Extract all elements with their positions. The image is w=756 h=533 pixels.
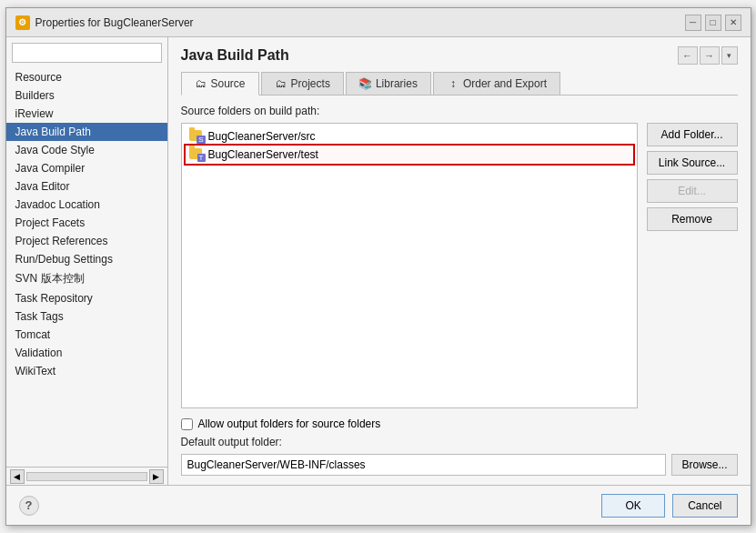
cancel-button[interactable]: Cancel bbox=[672, 494, 737, 518]
tab-label-projects: Projects bbox=[291, 77, 330, 90]
folder-icon: S bbox=[189, 130, 204, 143]
folder-icon: T bbox=[189, 148, 204, 161]
title-controls: ─ □ ✕ bbox=[685, 15, 741, 31]
ok-button[interactable]: OK bbox=[601, 494, 665, 518]
nav-dropdown-button[interactable]: ▾ bbox=[721, 46, 738, 65]
add-folder-button[interactable]: Add Folder... bbox=[647, 123, 738, 146]
output-input-row: Browse... bbox=[181, 454, 738, 476]
nav-forward-button[interactable]: → bbox=[700, 46, 720, 65]
nav-back-button[interactable]: ← bbox=[678, 46, 698, 65]
output-folder-input[interactable] bbox=[181, 454, 667, 476]
sidebar-search-input[interactable] bbox=[12, 43, 162, 63]
tab-icon-libraries: 📚 bbox=[359, 77, 372, 90]
sidebar-item-task-tags[interactable]: Task Tags bbox=[6, 307, 167, 326]
title-bar: ⚙ Properties for BugCleanerServer ─ □ ✕ bbox=[6, 8, 751, 37]
nav-arrows: ← → ▾ bbox=[678, 46, 738, 65]
remove-button[interactable]: Remove bbox=[647, 207, 738, 231]
sidebar-item-resource[interactable]: Resource bbox=[6, 68, 167, 86]
sidebar-item-ireview[interactable]: iReview bbox=[6, 105, 167, 123]
main-panel: Java Build Path ← → ▾ 🗂Source🗂Projects📚L… bbox=[168, 37, 751, 485]
maximize-button[interactable]: □ bbox=[705, 15, 721, 31]
source-item-label: BugCleanerServer/src bbox=[208, 130, 316, 143]
sidebar-item-javadoc-location[interactable]: Javadoc Location bbox=[6, 196, 167, 214]
sidebar-item-project-references[interactable]: Project References bbox=[6, 232, 167, 250]
sidebar-item-wikitext[interactable]: WikiText bbox=[6, 362, 167, 380]
output-folder-label-row: Default output folder: bbox=[181, 436, 738, 448]
source-item-label: BugCleanerServer/test bbox=[208, 148, 318, 161]
page-title: Java Build Path bbox=[181, 47, 289, 64]
sidebar-item-run/debug-settings[interactable]: Run/Debug Settings bbox=[6, 250, 167, 268]
footer: ? OK Cancel bbox=[6, 485, 751, 525]
checkbox-label: Allow output folders for source folders bbox=[198, 417, 381, 430]
tab-icon-source: 🗂 bbox=[195, 77, 207, 90]
sidebar-item-java-code-style[interactable]: Java Code Style bbox=[6, 141, 167, 159]
sidebar-search-area bbox=[6, 37, 167, 66]
section-label: Source folders on build path: bbox=[181, 105, 738, 117]
edit-button[interactable]: Edit... bbox=[647, 179, 738, 203]
sidebar-item-validation[interactable]: Validation bbox=[6, 344, 167, 362]
sidebar-scroll-right[interactable]: ▶ bbox=[149, 469, 164, 484]
sidebar-item-java-compiler[interactable]: Java Compiler bbox=[6, 159, 167, 177]
tab-projects[interactable]: 🗂Projects bbox=[261, 72, 344, 95]
sidebar-item-tomcat[interactable]: Tomcat bbox=[6, 326, 167, 344]
output-folder-label: Default output folder: bbox=[181, 436, 282, 448]
tab-label-order and export: Order and Export bbox=[463, 77, 547, 90]
checkbox-row: Allow output folders for source folders bbox=[181, 417, 738, 430]
sidebar-item-project-facets[interactable]: Project Facets bbox=[6, 214, 167, 232]
content-area: ResourceBuildersiReviewJava Build PathJa… bbox=[6, 37, 751, 485]
properties-window: ⚙ Properties for BugCleanerServer ─ □ ✕ … bbox=[5, 7, 751, 526]
title-bar-left: ⚙ Properties for BugCleanerServer bbox=[15, 15, 194, 30]
main-header: Java Build Path ← → ▾ bbox=[181, 46, 738, 65]
sidebar-item-task-repository[interactable]: Task Repository bbox=[6, 289, 167, 307]
sidebar-item-svn-版本控制[interactable]: SVN 版本控制 bbox=[6, 268, 167, 289]
allow-output-checkbox[interactable] bbox=[181, 418, 193, 430]
tab-order-and-export[interactable]: ↕Order and Export bbox=[433, 72, 560, 95]
link-source-button[interactable]: Link Source... bbox=[647, 151, 738, 175]
tab-source[interactable]: 🗂Source bbox=[181, 72, 259, 96]
tab-icon-projects: 🗂 bbox=[275, 77, 287, 90]
tab-libraries[interactable]: 📚Libraries bbox=[346, 72, 431, 95]
window-icon: ⚙ bbox=[15, 15, 30, 30]
footer-left: ? bbox=[19, 496, 39, 516]
bottom-area: Allow output folders for source folders … bbox=[181, 417, 738, 476]
source-item[interactable]: SBugCleanerServer/src bbox=[186, 127, 633, 146]
source-item[interactable]: TBugCleanerServer/test bbox=[186, 146, 633, 164]
sidebar-item-java-editor[interactable]: Java Editor bbox=[6, 177, 167, 196]
window-title: Properties for BugCleanerServer bbox=[35, 16, 194, 29]
sidebar: ResourceBuildersiReviewJava Build PathJa… bbox=[6, 37, 168, 485]
source-panel: SBugCleanerServer/srcTBugCleanerServer/t… bbox=[181, 123, 738, 408]
sidebar-scroll-left[interactable]: ◀ bbox=[10, 469, 25, 484]
tab-label-libraries: Libraries bbox=[376, 77, 418, 90]
close-button[interactable]: ✕ bbox=[725, 15, 741, 31]
sidebar-scrollbar[interactable] bbox=[26, 472, 147, 481]
tab-icon-order and export: ↕ bbox=[447, 77, 459, 90]
source-buttons: Add Folder... Link Source... Edit... Rem… bbox=[647, 123, 738, 408]
footer-right: OK Cancel bbox=[601, 494, 737, 518]
sidebar-item-java-build-path[interactable]: Java Build Path bbox=[6, 123, 167, 141]
help-button[interactable]: ? bbox=[19, 496, 39, 516]
sidebar-list: ResourceBuildersiReviewJava Build PathJa… bbox=[6, 66, 167, 467]
tabs-bar: 🗂Source🗂Projects📚Libraries↕Order and Exp… bbox=[181, 72, 738, 96]
minimize-button[interactable]: ─ bbox=[685, 15, 701, 31]
tab-label-source: Source bbox=[211, 77, 246, 90]
sidebar-item-builders[interactable]: Builders bbox=[6, 86, 167, 105]
sidebar-scroll-area: ◀ ▶ bbox=[6, 467, 167, 485]
source-list[interactable]: SBugCleanerServer/srcTBugCleanerServer/t… bbox=[181, 123, 638, 408]
browse-button[interactable]: Browse... bbox=[671, 454, 737, 476]
